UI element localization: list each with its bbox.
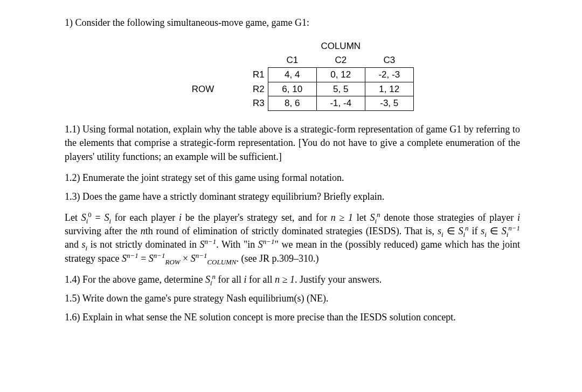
payoff-r1c1: 4, 4 xyxy=(268,67,316,82)
row-header-r3: R3 xyxy=(219,96,268,111)
col-header-c2: C2 xyxy=(316,53,365,67)
payoff-r3c1: 8, 6 xyxy=(268,96,316,111)
payoff-r2c2: 5, 5 xyxy=(316,82,365,96)
row-header-r1: R1 xyxy=(219,67,268,82)
payoff-r3c2: -1, -4 xyxy=(316,96,365,111)
question-1-4: 1.4) For the above game, determine Sin f… xyxy=(65,273,520,286)
game-table-container: COLUMN C1 C2 C3 R1 4, 4 0, 12 -2, -3 ROW… xyxy=(65,39,520,111)
question-1-3: 1.3) Does the game have a strictly domin… xyxy=(65,190,520,204)
question-1-6: 1.6) Explain in what sense the NE soluti… xyxy=(65,311,520,324)
question-1-1: 1.1) Using formal notation, explain why … xyxy=(65,123,520,164)
iesds-definition: Let Si0 = Si for each player i be the pl… xyxy=(65,211,520,265)
col-header-c1: C1 xyxy=(268,53,316,67)
payoff-r2c3: 1, 12 xyxy=(365,82,413,96)
question-1-2: 1.2) Enumerate the joint strategy set of… xyxy=(65,171,520,185)
question-1-5: 1.5) Write down the game's pure strategy… xyxy=(65,292,520,305)
row-header-r2: R2 xyxy=(219,82,268,96)
payoff-r1c3: -2, -3 xyxy=(365,67,413,82)
question-intro: 1) Consider the following simultaneous-m… xyxy=(65,16,520,30)
row-player-label: ROW xyxy=(171,82,219,96)
col-header-c3: C3 xyxy=(365,53,413,67)
payoff-r2c1: 6, 10 xyxy=(268,82,316,96)
payoff-r1c2: 0, 12 xyxy=(316,67,365,82)
column-player-label: COLUMN xyxy=(268,39,413,53)
payoff-matrix: COLUMN C1 C2 C3 R1 4, 4 0, 12 -2, -3 ROW… xyxy=(171,39,414,111)
payoff-r3c3: -3, 5 xyxy=(365,96,413,111)
